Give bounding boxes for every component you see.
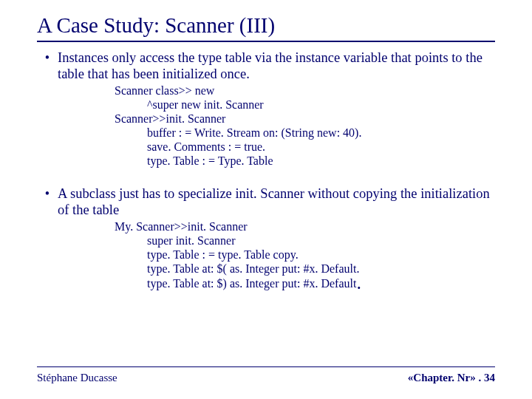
- code-line: Scanner class>> new: [115, 83, 495, 98]
- bullet-dot: •: [37, 185, 58, 202]
- code-line: buffer : = Write. Stream on: (String new…: [115, 126, 495, 140]
- trailing-period: .: [356, 272, 361, 293]
- footer: Stéphane Ducasse «Chapter. Nr» . 34: [37, 366, 495, 384]
- footer-rule: [37, 366, 495, 367]
- code-line: type. Table at: $) as. Integer put: #x. …: [115, 276, 495, 290]
- code-text: type. Table at: $) as. Integer put: #x. …: [115, 277, 356, 290]
- footer-page: «Chapter. Nr» . 34: [408, 372, 495, 384]
- slide: A Case Study: Scanner (III) • Instances …: [0, 0, 532, 399]
- title-rule: [37, 41, 495, 42]
- bullet-item: • A subclass just has to specialize init…: [37, 185, 495, 218]
- code-line: type. Table at: $( as. Integer put: #x. …: [115, 262, 495, 276]
- code-line: ^super new init. Scanner: [115, 98, 495, 112]
- bullet-dot: •: [37, 50, 58, 66]
- footer-author: Stéphane Ducasse: [37, 372, 117, 384]
- code-line: Scanner>>init. Scanner: [115, 112, 495, 126]
- code-line: type. Table : = Type. Table: [115, 154, 495, 168]
- bullet-text: Instances only access the type table via…: [58, 50, 495, 82]
- bullet-text: A subclass just has to specialize init. …: [58, 185, 495, 218]
- slide-title: A Case Study: Scanner (III): [37, 13, 495, 38]
- spacer: [37, 168, 495, 181]
- footer-row: Stéphane Ducasse «Chapter. Nr» . 34: [37, 372, 495, 384]
- code-line: super init. Scanner: [115, 233, 495, 248]
- code-line: save. Comments : = true.: [115, 140, 495, 154]
- code-block: My. Scanner>>init. Scanner super init. S…: [115, 219, 495, 290]
- bullet-item: • Instances only access the type table v…: [37, 50, 495, 82]
- code-block: Scanner class>> new ^super new init. Sca…: [115, 83, 495, 168]
- code-line: My. Scanner>>init. Scanner: [115, 219, 495, 233]
- code-line: type. Table : = type. Table copy.: [115, 248, 495, 262]
